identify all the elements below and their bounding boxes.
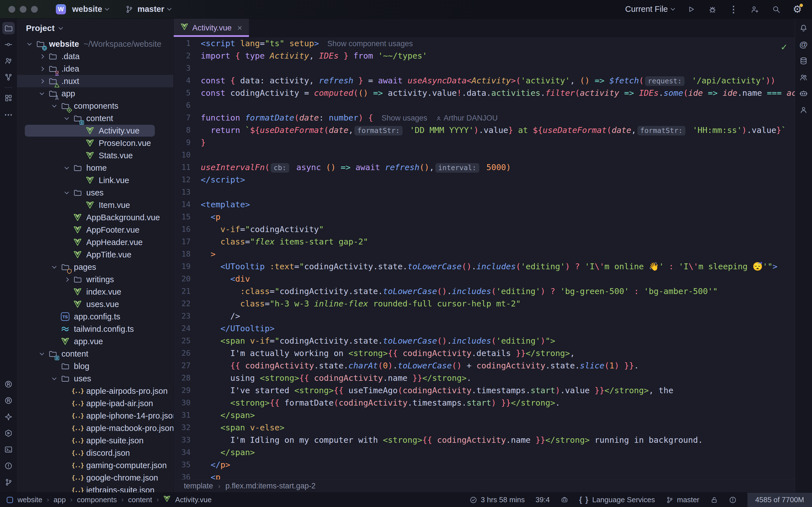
- code-line-36[interactable]: 36 <p: [174, 471, 795, 480]
- tree-row-tailwind.config.ts[interactable]: tailwind.config.ts: [17, 323, 173, 335]
- notifications-bell-icon[interactable]: [797, 22, 810, 34]
- settings-button[interactable]: ⚙: [793, 4, 802, 14]
- tree-row-Activity.vue[interactable]: Activity.vue: [17, 124, 173, 137]
- code-line-10[interactable]: 10: [174, 149, 795, 161]
- code-line-17[interactable]: 17 class="flex items-start gap-2": [174, 235, 795, 248]
- r-tool-button-2[interactable]: [2, 394, 15, 407]
- code-line-7[interactable]: 7function formatDate(date: number) {Show…: [174, 112, 795, 124]
- tree-row-apple-airpods-pro.json[interactable]: {..}apple-airpods-pro.json: [17, 385, 173, 397]
- more-actions-button[interactable]: ⋮: [729, 4, 738, 15]
- tree-row-apple-iphone-14-pro.json[interactable]: {..}apple-iphone-14-pro.json: [17, 409, 173, 422]
- r-tool-button[interactable]: [2, 378, 15, 390]
- status-path-file[interactable]: Activity.vue: [175, 496, 212, 504]
- problems-tool-button[interactable]: [2, 460, 15, 472]
- code-line-8[interactable]: 8 return `${useDateFormat(date,formatStr…: [174, 124, 795, 136]
- chevron-right-icon[interactable]: [40, 79, 44, 83]
- tree-row-app[interactable]: app: [17, 87, 173, 100]
- vcs-graph-tool-button[interactable]: [2, 71, 15, 83]
- close-window-icon[interactable]: [8, 6, 15, 13]
- tree-row-.data[interactable]: .data: [17, 50, 173, 62]
- chevron-down-icon[interactable]: [52, 376, 56, 380]
- author-hint[interactable]: Arthur DANJOU: [436, 114, 498, 122]
- usages-hint[interactable]: Show usages: [382, 114, 427, 122]
- tree-row-app.vue[interactable]: app.vue: [17, 335, 173, 348]
- code-line-35[interactable]: 35 </p>: [174, 459, 795, 471]
- minimize-window-icon[interactable]: [20, 6, 27, 13]
- tree-row-writings[interactable]: writings: [17, 273, 173, 286]
- tree-row-.idea[interactable]: IJ.idea: [17, 62, 173, 75]
- code-line-26[interactable]: 26 I'm actually working on <strong>{{ co…: [174, 347, 795, 359]
- code-line-32[interactable]: 32 <span v-else>: [174, 421, 795, 434]
- code-line-27[interactable]: 27 {{ codingActivity.state.charAt(0).toL…: [174, 359, 795, 372]
- tree-row-Stats.vue[interactable]: Stats.vue: [17, 149, 173, 162]
- terminal-tool-button[interactable]: [2, 443, 15, 456]
- project-widget[interactable]: website: [72, 4, 109, 14]
- tree-row-uses[interactable]: uses: [17, 372, 173, 385]
- code-line-19[interactable]: 19 <UTooltip :text="codingActivity.state…: [174, 260, 795, 273]
- tree-row-website[interactable]: website~/Workspace/website: [17, 38, 173, 50]
- chevron-down-icon[interactable]: [27, 41, 32, 45]
- chevron-right-icon[interactable]: [64, 277, 69, 282]
- add-user-button[interactable]: [750, 4, 760, 14]
- status-branch-widget[interactable]: master: [666, 493, 699, 507]
- code-line-20[interactable]: 20 <div: [174, 273, 795, 285]
- code-line-29[interactable]: 29 I've started <strong>{{ useTimeAgo(co…: [174, 384, 795, 397]
- code-line-28[interactable]: 28 using <strong>{{ codingActivity.name …: [174, 372, 795, 384]
- status-breadcrumb[interactable]: website›app›components›content›Activity.…: [7, 493, 212, 507]
- code-line-6[interactable]: 6: [174, 99, 795, 112]
- code-line-31[interactable]: 31 </span>: [174, 409, 795, 421]
- run-button[interactable]: [686, 4, 696, 14]
- code-line-22[interactable]: 22 class="h-3 w-3 inline-flex rounded-fu…: [174, 297, 795, 310]
- tree-row-apple-suite.json[interactable]: {..}apple-suite.json: [17, 434, 173, 447]
- tree-row-gaming-computer.json[interactable]: {..}gaming-computer.json: [17, 459, 173, 471]
- time-tracker-widget[interactable]: 3 hrs 58 mins: [469, 493, 525, 507]
- commit-tool-button[interactable]: [2, 38, 15, 51]
- tree-row-apple-ipad-air.json[interactable]: {..}apple-ipad-air.json: [17, 397, 173, 409]
- code-line-34[interactable]: 34 </span>: [174, 446, 795, 459]
- tree-row-apple-macbook-pro.json[interactable]: {..}apple-macbook-pro.json: [17, 422, 173, 434]
- lock-widget[interactable]: [710, 493, 718, 507]
- chevron-down-icon[interactable]: [52, 103, 56, 107]
- code-line-24[interactable]: 24 </UTooltip>: [174, 322, 795, 335]
- debug-button[interactable]: [708, 4, 717, 14]
- usages-hint[interactable]: Show component usages: [327, 40, 413, 48]
- code-line-23[interactable]: 23 />: [174, 310, 795, 322]
- branch-widget[interactable]: master: [124, 4, 170, 14]
- database-tool-button[interactable]: [797, 55, 810, 67]
- tree-row-ProseIcon.vue[interactable]: ProseIcon.vue: [17, 137, 173, 149]
- chevron-down-icon[interactable]: [64, 115, 69, 120]
- structure-tool-button[interactable]: [2, 92, 15, 104]
- inspections-widget[interactable]: [729, 493, 737, 507]
- code-line-5[interactable]: 5const codingActivity = computed(() => a…: [174, 87, 795, 99]
- chevron-right-icon[interactable]: [40, 54, 44, 59]
- services-tool-button[interactable]: [2, 427, 15, 439]
- tree-row-jetbrains-suite.json[interactable]: {..}jetbrains-suite.json: [17, 484, 173, 492]
- tree-row-components[interactable]: components: [17, 100, 173, 112]
- tree-row-discord.json[interactable]: {..}discord.json: [17, 447, 173, 459]
- project-panel-header[interactable]: Project: [17, 18, 173, 38]
- code-line-13[interactable]: 13: [174, 186, 795, 198]
- zoom-window-icon[interactable]: [31, 6, 38, 13]
- caret-position-widget[interactable]: 39:4: [536, 493, 550, 507]
- status-path-item[interactable]: website: [17, 496, 42, 504]
- tree-row-AppFooter.vue[interactable]: AppFooter.vue: [17, 224, 173, 236]
- mention-icon[interactable]: @: [797, 38, 810, 51]
- close-tab-icon[interactable]: ×: [238, 24, 243, 32]
- tree-row-app.config.ts[interactable]: TSapp.config.ts: [17, 311, 173, 323]
- code-editor[interactable]: ✓ 1<script lang="ts" setup>Show componen…: [174, 37, 795, 480]
- code-line-3[interactable]: 3: [174, 62, 795, 74]
- status-path-item[interactable]: content: [128, 496, 152, 504]
- tree-row-uses.vue[interactable]: uses.vue: [17, 298, 173, 311]
- breadcrumb-item[interactable]: p.flex.md:items-start.gap-2: [225, 482, 316, 490]
- tree-row-Item.vue[interactable]: Item.vue: [17, 199, 173, 211]
- more-tools-button[interactable]: ⋯: [2, 108, 15, 121]
- chevron-down-icon[interactable]: [52, 264, 56, 269]
- tree-row-home[interactable]: home: [17, 162, 173, 174]
- tree-row-AppHeader.vue[interactable]: AppHeader.vue: [17, 236, 173, 248]
- code-line-12[interactable]: 12</script>: [174, 173, 795, 186]
- code-line-11[interactable]: 11useIntervalFn(cb: async () => await re…: [174, 161, 795, 173]
- chevron-down-icon[interactable]: [40, 351, 44, 355]
- code-line-21[interactable]: 21 :class="codingActivity.state.toLowerC…: [174, 285, 795, 297]
- tree-row-uses[interactable]: uses: [17, 186, 173, 199]
- chevron-right-icon[interactable]: [40, 66, 44, 71]
